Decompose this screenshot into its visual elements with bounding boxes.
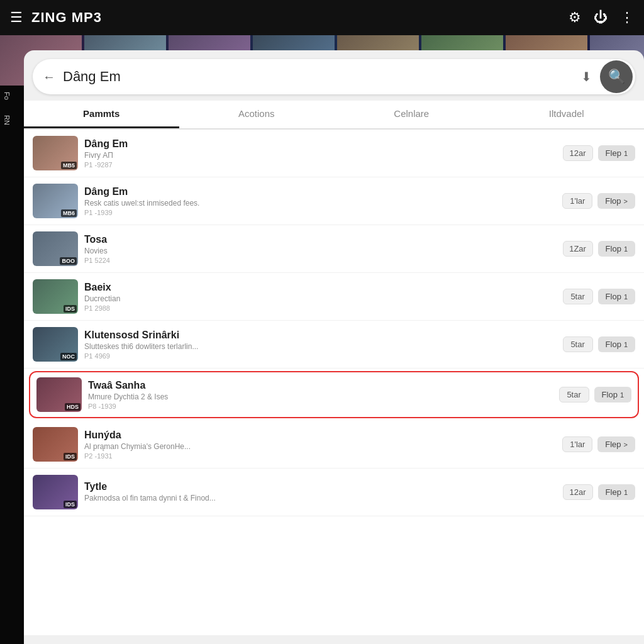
flop-label-5: Flop: [606, 340, 621, 349]
thumb-label-5: NOC: [60, 353, 77, 360]
flop-arrow-4: 1: [624, 293, 628, 301]
result-title-2: Dâng Em: [84, 186, 556, 197]
result-flop-button-3[interactable]: Flop 1: [598, 241, 635, 257]
result-subtitle-6: Mmure Dychtia 2 & Ises: [88, 392, 553, 401]
flop-arrow-6: 1: [620, 391, 624, 399]
result-thumb-2: MB6: [33, 184, 78, 218]
result-item-5[interactable]: NOC Klutensosd Srinârki Slutteskes thi6 …: [24, 321, 644, 369]
result-info-4: Baeix Ducrectian P1 2988: [78, 282, 563, 312]
result-subtitle-2: Resk catis uwel:st inmiseded fees.: [84, 199, 556, 208]
thumb-label-4: IDS: [64, 305, 77, 313]
flop-label-4: Flop: [606, 292, 621, 301]
result-flop-button-7[interactable]: Flep >: [597, 436, 635, 452]
result-flop-button-6[interactable]: Flop 1: [594, 387, 631, 402]
result-flop-button-8[interactable]: Flep 1: [598, 484, 635, 500]
result-meta-2: P1 -1939: [84, 209, 556, 216]
result-actions-8: 12ar Flep 1: [563, 484, 635, 500]
result-item-6[interactable]: HDS Twaâ Sanha Mmure Dychtia 2 & Ises P8…: [29, 371, 639, 418]
flop-label-6: Flop: [602, 390, 618, 399]
result-subtitle-3: Novies: [84, 247, 557, 255]
thumb-label-2: MB6: [61, 209, 77, 217]
search-icon: 🔍: [608, 69, 625, 85]
result-actions-6: 5tar Flop 1: [559, 387, 631, 402]
flop-label-8: Flep: [606, 487, 621, 497]
result-info-7: Hunýda Al prąman Chymia's GeronHe... P2 …: [78, 430, 562, 460]
result-title-5: Klutensosd Srinârki: [84, 330, 557, 341]
result-actions-3: 1Zar Flop 1: [563, 241, 635, 257]
result-subtitle-4: Ducrectian: [84, 294, 557, 303]
more-icon[interactable]: ⋮: [620, 9, 634, 26]
result-actions-7: 1'lar Flep >: [562, 436, 635, 452]
result-thumb-8: IDS: [33, 475, 78, 509]
flop-label-7: Flep: [605, 440, 621, 449]
result-stat-4: 5tar: [563, 289, 593, 304]
result-thumb-4: IDS: [33, 279, 78, 314]
result-item-3[interactable]: BOO Tosa Novies P1 5224 1Zar Flop 1: [24, 225, 644, 273]
result-meta-4: P1 2988: [84, 304, 557, 312]
search-overlay: ← ⬇ 🔍 Pammts Acotions Celnlare Iltdvadel…: [24, 50, 644, 644]
result-info-6: Twaâ Sanha Mmure Dychtia 2 & Ises P8 -19…: [82, 380, 559, 410]
result-item-1[interactable]: MB5 Dâng Em Fivry АП P1 -9287 12ar Flep …: [24, 130, 644, 177]
result-item-4[interactable]: IDS Baeix Ducrectian P1 2988 5tar Flop 1: [24, 273, 644, 321]
result-flop-button-4[interactable]: Flop 1: [598, 289, 635, 304]
result-info-2: Dâng Em Resk catis uwel:st inmiseded fee…: [78, 186, 562, 216]
settings-icon[interactable]: ⚙: [569, 9, 581, 26]
result-title-1: Dâng Em: [84, 138, 557, 150]
result-flop-button-5[interactable]: Flop 1: [598, 336, 635, 352]
result-actions-4: 5tar Flop 1: [563, 289, 635, 304]
result-meta-1: P1 -9287: [84, 161, 557, 169]
result-item-7[interactable]: IDS Hunýda Al prąman Chymia's GeronHe...…: [24, 421, 644, 469]
result-item-2[interactable]: MB6 Dâng Em Resk catis uwel:st inmiseded…: [24, 177, 644, 225]
result-thumb-3: BOO: [33, 231, 78, 266]
result-info-1: Dâng Em Fivry АП P1 -9287: [78, 138, 563, 169]
result-subtitle-5: Slutteskes thi6 dowliters terlarlin...: [84, 342, 557, 351]
thumb-label-1: MB5: [61, 162, 77, 169]
result-meta-3: P1 5224: [84, 257, 557, 264]
back-button[interactable]: ←: [35, 63, 63, 91]
flop-arrow-7: >: [624, 441, 628, 448]
flop-arrow-2: >: [624, 197, 628, 205]
menu-icon[interactable]: ☰: [10, 9, 23, 26]
result-info-5: Klutensosd Srinârki Slutteskes thi6 dowl…: [78, 330, 563, 360]
top-bar-actions: ⚙ ⏻ ⋮: [569, 9, 634, 26]
result-stat-2: 1'lar: [562, 193, 592, 209]
tab-celnlare[interactable]: Celnlare: [334, 101, 489, 128]
flop-label-1: Flep: [606, 148, 621, 158]
left-label-2: RN: [0, 109, 14, 131]
result-stat-7: 1'lar: [562, 436, 592, 452]
result-info-8: Tytle Pakmodsa ol fin tama dynni t & Fin…: [78, 481, 563, 504]
result-meta-7: P2 -1931: [84, 452, 556, 460]
result-meta-5: P1 4969: [84, 352, 557, 360]
download-icon[interactable]: ⬇: [572, 63, 600, 91]
power-icon[interactable]: ⏻: [594, 9, 608, 26]
result-stat-6: 5tar: [559, 387, 589, 402]
result-flop-button-2[interactable]: Flop >: [597, 193, 635, 209]
result-stat-3: 1Zar: [563, 241, 593, 257]
search-input[interactable]: [63, 69, 572, 85]
search-bar: ← ⬇ 🔍: [33, 59, 635, 94]
result-thumb-5: NOC: [33, 327, 78, 362]
result-title-4: Baeix: [84, 282, 557, 293]
tab-iltdvadel[interactable]: Iltdvadel: [489, 101, 645, 128]
result-title-8: Tytle: [84, 481, 557, 492]
result-title-3: Tosa: [84, 234, 557, 245]
tab-acotions[interactable]: Acotions: [179, 101, 335, 128]
result-info-3: Tosa Novies P1 5224: [78, 234, 563, 264]
thumb-label-3: BOO: [60, 257, 77, 265]
result-thumb-6: HDS: [36, 377, 82, 412]
flop-arrow-8: 1: [624, 489, 628, 496]
result-stat-5: 5tar: [563, 336, 593, 352]
flop-label-2: Flop: [605, 196, 621, 206]
search-button[interactable]: 🔍: [600, 60, 633, 93]
result-flop-button-1[interactable]: Flep 1: [598, 145, 635, 161]
thumb-label-7: IDS: [64, 453, 77, 460]
tab-pammts[interactable]: Pammts: [24, 101, 179, 128]
thumb-label-6: HDS: [65, 403, 80, 411]
result-actions-2: 1'lar Flop >: [562, 193, 635, 209]
result-thumb-7: IDS: [33, 427, 78, 462]
result-stat-8: 12ar: [563, 484, 593, 500]
result-actions-1: 12ar Flep 1: [563, 145, 635, 161]
result-actions-5: 5tar Flop 1: [563, 336, 635, 352]
result-item-8[interactable]: IDS Tytle Pakmodsa ol fin tama dynni t &…: [24, 469, 644, 516]
flop-arrow-1: 1: [624, 150, 628, 157]
